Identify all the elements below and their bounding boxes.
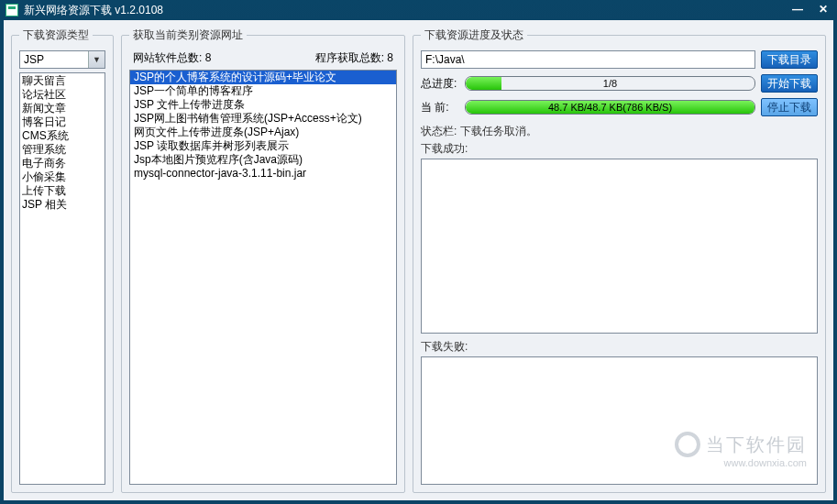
type-select[interactable]: JSP ▼ bbox=[19, 50, 105, 69]
success-label: 下载成功: bbox=[421, 141, 818, 157]
list-item[interactable]: JSP 相关 bbox=[22, 198, 103, 212]
panel-progress: 下载资源进度及状态 F:\Java\ 下载目录 总进度: 1/8 开始下载 当 … bbox=[413, 27, 826, 493]
list-item[interactable]: 博客日记 bbox=[22, 115, 103, 129]
list-item[interactable]: 论坛社区 bbox=[22, 88, 103, 102]
resource-item[interactable]: mysql-connector-java-3.1.11-bin.jar bbox=[130, 167, 396, 181]
success-output[interactable] bbox=[421, 159, 818, 334]
list-item[interactable]: 管理系统 bbox=[22, 143, 103, 157]
fail-label: 下载失败: bbox=[421, 339, 818, 355]
titlebar: 新兴网络资源下载 v1.2.0108 — ✕ bbox=[0, 0, 837, 20]
resource-item[interactable]: JSP网上图书销售管理系统(JSP+Access+论文) bbox=[130, 112, 396, 126]
total-progress-label: 总进度: bbox=[421, 76, 459, 92]
panel-resources: 获取当前类别资源网址 网站软件总数: 8 程序获取总数: 8 JSP的个人博客系… bbox=[121, 27, 405, 493]
panel-types: 下载资源类型 JSP ▼ 聊天留言论坛社区新闻文章博客日记CMS系统管理系统电子… bbox=[11, 27, 114, 493]
resource-item[interactable]: Jsp本地图片预览程序(含Java源码) bbox=[130, 153, 396, 167]
list-item[interactable]: 聊天留言 bbox=[22, 74, 103, 88]
current-progress-text: 48.7 KB/48.7 KB(786 KB/S) bbox=[466, 101, 754, 114]
status-line: 状态栏: 下载任务取消。 bbox=[421, 122, 818, 141]
resource-item[interactable]: 网页文件上传带进度条(JSP+Ajax) bbox=[130, 126, 396, 139]
chevron-down-icon[interactable]: ▼ bbox=[88, 51, 105, 68]
panel-progress-legend: 下载资源进度及状态 bbox=[421, 27, 527, 43]
list-item[interactable]: CMS系统 bbox=[22, 129, 103, 143]
path-value: F:\Java\ bbox=[425, 53, 465, 66]
resource-list[interactable]: JSP的个人博客系统的设计源码+毕业论文JSP一个简单的博客程序JSP 文件上传… bbox=[129, 70, 397, 485]
current-progress-label: 当 前: bbox=[421, 100, 459, 115]
program-count: 程序获取总数: 8 bbox=[315, 50, 393, 66]
total-progress-text: 1/8 bbox=[466, 77, 754, 90]
resource-item[interactable]: JSP一个简单的博客程序 bbox=[130, 84, 396, 98]
resource-item[interactable]: JSP 文件上传带进度条 bbox=[130, 98, 396, 112]
fail-output[interactable] bbox=[421, 356, 818, 485]
total-progress-bar: 1/8 bbox=[465, 76, 755, 91]
browse-button[interactable]: 下载目录 bbox=[761, 50, 818, 69]
minimize-button[interactable]: — bbox=[789, 4, 806, 16]
current-progress-bar: 48.7 KB/48.7 KB(786 KB/S) bbox=[465, 100, 755, 115]
list-item[interactable]: 电子商务 bbox=[22, 157, 103, 170]
resource-item[interactable]: JSP 读取数据库并树形列表展示 bbox=[130, 139, 396, 153]
type-list[interactable]: 聊天留言论坛社区新闻文章博客日记CMS系统管理系统电子商务小偷采集上传下载JSP… bbox=[19, 72, 105, 485]
type-select-value: JSP bbox=[20, 53, 88, 66]
close-button[interactable]: ✕ bbox=[815, 4, 831, 16]
path-input[interactable]: F:\Java\ bbox=[421, 50, 755, 69]
app-icon bbox=[6, 4, 18, 16]
resource-item[interactable]: JSP的个人博客系统的设计源码+毕业论文 bbox=[130, 71, 396, 84]
list-item[interactable]: 新闻文章 bbox=[22, 102, 103, 115]
start-button[interactable]: 开始下载 bbox=[761, 74, 818, 93]
list-item[interactable]: 小偷采集 bbox=[22, 170, 103, 184]
window-title: 新兴网络资源下载 v1.2.0108 bbox=[24, 3, 163, 18]
list-item[interactable]: 上传下载 bbox=[22, 184, 103, 198]
panel-resources-legend: 获取当前类别资源网址 bbox=[129, 27, 247, 43]
site-count: 网站软件总数: 8 bbox=[133, 50, 211, 66]
client-area: 下载资源类型 JSP ▼ 聊天留言论坛社区新闻文章博客日记CMS系统管理系统电子… bbox=[4, 20, 833, 500]
panel-types-legend: 下载资源类型 bbox=[19, 27, 93, 43]
stop-button[interactable]: 停止下载 bbox=[761, 98, 818, 116]
